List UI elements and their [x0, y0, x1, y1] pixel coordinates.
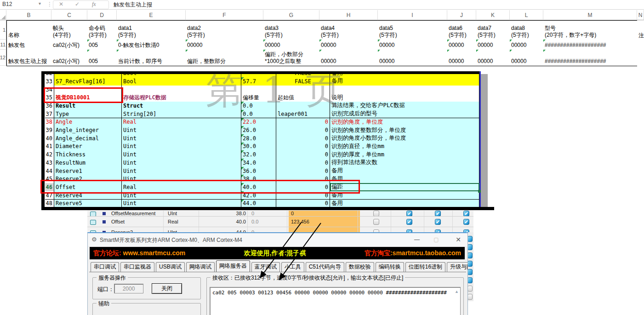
row-header-1[interactable]: 1	[0, 20, 6, 40]
var-offset-41[interactable]: 30.0	[241, 143, 276, 151]
excel-cell-K11[interactable]: 00000	[476, 40, 510, 50]
excel-cell-D11[interactable]: 005	[87, 40, 117, 50]
var-offset-35[interactable]: 偏移量	[241, 93, 276, 102]
excel-cell-F11[interactable]: 00000	[186, 40, 264, 50]
tia-monitor[interactable]: 0	[289, 211, 360, 216]
tab-编码转换[interactable]: 编码转换	[376, 262, 404, 272]
var-description-40[interactable]: 识别的角度小数部分，单位度	[330, 134, 479, 143]
checkbox-accessible-2[interactable]: ✔	[435, 211, 441, 217]
var-type-37[interactable]: String[20]	[122, 110, 241, 119]
column-header-G[interactable]: G	[263, 10, 319, 20]
port-input[interactable]: 2000	[114, 284, 143, 293]
checkbox-retain[interactable]	[373, 211, 379, 217]
var-description-41[interactable]: 识别的直径，单位mm	[330, 143, 479, 151]
tia-name[interactable]: OffsetMeasurement	[109, 211, 165, 216]
var-start-value-42[interactable]: 0	[276, 150, 330, 159]
var-type-41[interactable]: Uint	[122, 143, 241, 151]
excel-cell-E11[interactable]: 0-触发包计数清0	[117, 40, 186, 50]
var-name-43[interactable]: ResultNum	[54, 159, 122, 167]
excel-cell-N1[interactable]: 注	[637, 20, 644, 40]
var-description-36[interactable]: 算法结果，交给客户PLC数据	[330, 102, 479, 110]
excel-cell-N12[interactable]	[637, 50, 644, 66]
excel-cell-I11[interactable]: 00000	[378, 40, 448, 50]
excel-cell-C12[interactable]: ca02(小写)	[51, 50, 88, 66]
var-name-37[interactable]: Type	[54, 110, 122, 119]
minimize-icon[interactable]: —	[410, 233, 424, 246]
var-start-value-35[interactable]: 起始值	[276, 93, 330, 102]
var-description-37[interactable]: 识别完成后的型号	[330, 110, 479, 119]
checkbox-accessible-3[interactable]: ✔	[463, 211, 469, 217]
var-type-33[interactable]: Bool	[122, 77, 241, 86]
tia-name[interactable]: Offset	[109, 217, 165, 227]
column-header-M[interactable]: M	[543, 10, 637, 20]
excel-cell-G11[interactable]: 00000	[263, 40, 320, 50]
excel-cell-H1[interactable]: data4 (5字符)	[319, 20, 378, 40]
var-type-35[interactable]: 存储远程PLC数据	[122, 93, 241, 102]
excel-cell-C1[interactable]: 帧头 (4字符)	[51, 20, 88, 40]
tab-USB调试[interactable]: USB调试	[156, 262, 185, 272]
var-type-44[interactable]: Uint	[122, 167, 241, 176]
excel-cell-N11[interactable]	[637, 40, 644, 50]
excel-cell-K1[interactable]: data7 (5字符)	[476, 20, 510, 40]
tab-网络调试[interactable]: 网络调试	[186, 262, 215, 272]
var-name-38[interactable]: Angle	[54, 118, 122, 127]
excel-cell-C11[interactable]: ca02(小写)	[51, 40, 88, 50]
excel-cell-B1[interactable]: 名称	[6, 20, 52, 40]
receive-textarea[interactable]: ca02 005 00003 00123 00456 00000 00000 0…	[210, 287, 461, 315]
var-start-value-43[interactable]: 0	[276, 159, 330, 167]
column-header-C[interactable]: C	[51, 10, 87, 20]
var-offset-40[interactable]: 28.0	[241, 134, 276, 143]
row-header-11[interactable]: 11	[0, 40, 6, 50]
excel-cell-K12[interactable]: 00000	[476, 50, 510, 66]
excel-cell-M1[interactable]: 型号 (20字符，数字+字母)	[543, 20, 638, 40]
column-header-H[interactable]: H	[319, 10, 378, 20]
tia-offset[interactable]: 38.0	[200, 211, 250, 216]
var-offset-34[interactable]	[241, 86, 276, 94]
column-header-B[interactable]: B	[6, 10, 51, 20]
excel-cell-G1[interactable]: data3 (5字符)	[263, 20, 320, 40]
var-name-33[interactable]: S7_RecvFlag[16]	[54, 77, 122, 86]
close-icon[interactable]: ✕	[451, 233, 466, 246]
excel-cell-F12[interactable]: 偏距，整数部分	[186, 50, 264, 66]
column-header-F[interactable]: F	[186, 10, 263, 20]
var-name-42[interactable]: Thickness	[54, 150, 122, 159]
tab-蓝牙调试[interactable]: 蓝牙调试	[251, 262, 280, 272]
var-start-value-33[interactable]: FALSE	[276, 77, 330, 86]
checkbox-accessible-1[interactable]: ✔	[406, 219, 412, 225]
column-header-E[interactable]: E	[117, 10, 186, 20]
row-number-38[interactable]: 38	[45, 118, 54, 127]
var-name-41[interactable]: Diameter	[54, 143, 122, 151]
excel-cell-G12[interactable]: 偏距，小数部分 *1000之后取整	[263, 50, 320, 66]
var-offset-39[interactable]: 26.0	[241, 126, 276, 135]
tab-串口调试[interactable]: 串口调试	[91, 262, 119, 272]
excel-cell-H12[interactable]: 00000	[319, 50, 378, 66]
tia-row-OffsetMeasurement[interactable]: OffsetMeasurementUInt38.000✔✔✔	[87, 211, 473, 217]
tab-位图转16进制[interactable]: 位图转16进制	[405, 262, 445, 272]
var-offset-37[interactable]: 0.0	[241, 110, 276, 119]
var-name-39[interactable]: Angle_integer	[54, 126, 122, 135]
excel-fill-handle[interactable]	[478, 190, 481, 193]
excel-cell-J1[interactable]: data6 (5字符)	[447, 20, 477, 40]
excel-cell-F1[interactable]: data2 (5字符)	[186, 20, 264, 40]
var-type-43[interactable]: Uint	[122, 159, 241, 167]
tia-type[interactable]: Real	[165, 217, 201, 227]
var-type-39[interactable]: Uint	[122, 126, 241, 135]
maximize-icon[interactable]: ▢	[429, 233, 444, 246]
checkbox-accessible-3[interactable]: ✔	[463, 219, 469, 225]
var-offset-43[interactable]: 34.0	[241, 159, 276, 167]
row-number-44[interactable]: 44	[45, 167, 54, 176]
var-offset-44[interactable]: 36.0	[241, 167, 276, 176]
column-header-L[interactable]: L	[510, 10, 543, 20]
var-description-43[interactable]: 得到算法结果次数	[330, 159, 479, 167]
checkbox-accessible-1[interactable]: ✔	[406, 211, 412, 217]
var-start-value-40[interactable]: 0	[276, 134, 330, 143]
var-type-34[interactable]	[122, 86, 241, 94]
var-description-44[interactable]: 备用	[330, 167, 479, 176]
column-header-D[interactable]: D	[87, 10, 117, 20]
tia-type[interactable]: UInt	[165, 211, 201, 216]
row-number-41[interactable]: 41	[45, 143, 54, 151]
tia-start[interactable]: 0	[249, 211, 288, 216]
tab-串口监视器[interactable]: 串口监视器	[120, 262, 154, 272]
var-description-38[interactable]: 识别的角度，单位度	[330, 118, 479, 127]
var-start-value-41[interactable]: 0	[276, 143, 330, 151]
